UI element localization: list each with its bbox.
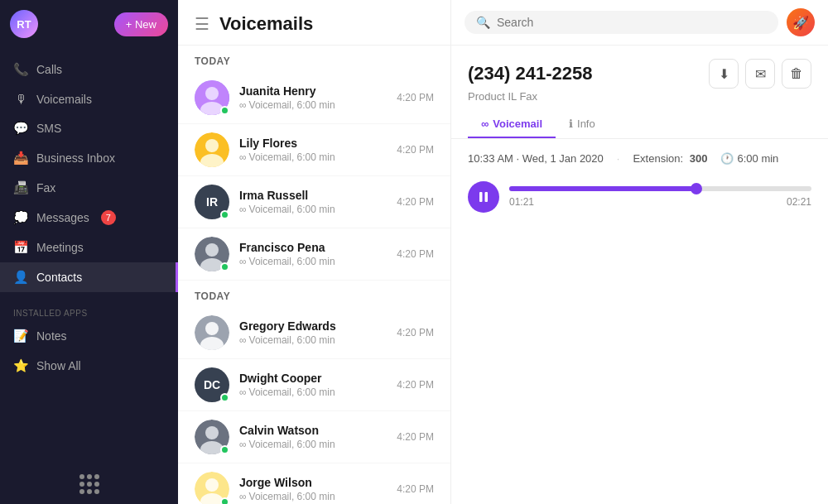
sidebar-item-label: SMS (36, 122, 61, 135)
day-label-1: TODAY (178, 46, 450, 72)
contact-name: Calvin Watson (239, 424, 387, 437)
progress-bar[interactable] (509, 186, 811, 191)
svg-rect-19 (485, 192, 489, 202)
fax-icon: 📠 (13, 180, 28, 195)
contact-info: Irma Russell ∞Voicemail, 6:00 min (239, 189, 387, 215)
sidebar-item-label: Messages (36, 211, 89, 224)
contact-name: Jorge Wilson (239, 476, 387, 489)
contact-time: 4:20 PM (397, 379, 434, 391)
sidebar-item-meetings[interactable]: 📅 Meetings (0, 233, 178, 262)
list-item[interactable]: Gregory Edwards ∞Voicemail, 6:00 min 4:2… (178, 307, 450, 359)
list-item[interactable]: DC Dwight Cooper ∞Voicemail, 6:00 min 4:… (178, 359, 450, 411)
rocket-button[interactable]: 🚀 (787, 8, 815, 36)
menu-icon[interactable]: ☰ (195, 14, 209, 34)
sidebar-header: RT + New (0, 0, 178, 48)
avatar (195, 132, 229, 167)
sidebar-item-voicemails[interactable]: 🎙 Voicemails (0, 84, 178, 113)
sidebar-item-label: Fax (36, 181, 55, 194)
sidebar-item-calls[interactable]: 📞 Calls (0, 55, 178, 84)
progress-container: 01:21 02:21 (509, 186, 811, 208)
contact-info: Dwight Cooper ∞Voicemail, 6:00 min (239, 372, 387, 398)
contact-info: Calvin Watson ∞Voicemail, 6:00 min (239, 424, 387, 450)
svg-point-4 (205, 139, 219, 152)
detail-subtitle: Product IL Fax (468, 90, 811, 103)
contact-name: Juanita Henry (239, 84, 387, 98)
sidebar-item-business-inbox[interactable]: 📥 Business Inbox (0, 143, 178, 173)
progress-fill (509, 186, 696, 191)
list-item[interactable]: Francisco Pena ∞Voicemail, 6:00 min 4:20… (178, 228, 450, 281)
grid-icon[interactable] (79, 474, 99, 494)
contact-name: Dwight Cooper (239, 372, 387, 385)
meta-extension: Extension: 300 (633, 152, 707, 165)
page-title: Voicemails (219, 13, 313, 35)
meta-date: 10:33 AM · Wed, 1 Jan 2020 (468, 152, 604, 165)
contact-info: Jorge Wilson ∞Voicemail, 6:00 min (239, 476, 387, 502)
sidebar-item-label: Business Inbox (36, 151, 115, 165)
contact-name: Lily Flores (239, 137, 387, 150)
sidebar-item-label: Calls (36, 63, 62, 76)
clock-icon: 🕐 (720, 152, 734, 165)
meetings-icon: 📅 (13, 240, 28, 255)
voicemail-list: ☰ Voicemails TODAY Juanita Henry ∞Voicem… (178, 0, 451, 504)
tab-info[interactable]: ℹ Info (556, 111, 609, 138)
contact-time: 4:20 PM (397, 431, 434, 443)
sidebar-item-show-all[interactable]: ⭐ Show All (0, 351, 178, 381)
new-button[interactable]: + New (114, 12, 168, 36)
search-icon: 🔍 (476, 16, 490, 29)
contact-info: Gregory Edwards ∞Voicemail, 6:00 min (239, 319, 387, 346)
detail-tabs: ∞ Voicemail ℹ Info (468, 111, 811, 138)
sidebar-bottom (0, 464, 178, 504)
sms-icon: 💬 (13, 121, 28, 136)
list-item[interactable]: Juanita Henry ∞Voicemail, 6:00 min 4:20 … (178, 72, 450, 124)
list-item[interactable]: Calvin Watson ∞Voicemail, 6:00 min 4:20 … (178, 411, 450, 463)
contact-sub: ∞Voicemail, 6:00 min (239, 151, 387, 163)
installed-apps-label: INSTALLED APPS (0, 299, 178, 321)
contact-time: 4:20 PM (397, 483, 434, 495)
progress-times: 01:21 02:21 (509, 196, 811, 208)
avatar (195, 237, 229, 271)
contact-sub: ∞Voicemail, 6:00 min (239, 256, 387, 267)
avatar (195, 420, 229, 454)
svg-point-16 (205, 478, 219, 492)
day-label-2: TODAY (178, 281, 450, 307)
sidebar-item-contacts[interactable]: 👤 Contacts (0, 262, 178, 292)
list-item[interactable]: IR Irma Russell ∞Voicemail, 6:00 min 4:2… (178, 176, 450, 228)
sidebar-item-label: Contacts (36, 271, 82, 284)
detail-phone: (234) 241-2258 ⬇ ✉ 🗑 (468, 59, 811, 89)
nav-section: 📞 Calls 🎙 Voicemails 💬 SMS 📥 Business In… (0, 48, 178, 299)
avatar (195, 80, 229, 115)
contact-time: 4:20 PM (397, 92, 434, 103)
contact-time: 4:20 PM (397, 196, 434, 208)
svg-point-1 (205, 87, 219, 100)
sidebar: RT + New 📞 Calls 🎙 Voicemails 💬 SMS 📥 Bu… (0, 0, 178, 504)
download-button[interactable]: ⬇ (709, 59, 739, 89)
svg-point-7 (205, 243, 219, 257)
sidebar-item-label: Show All (36, 359, 81, 372)
contact-name: Gregory Edwards (239, 319, 387, 333)
detail-panel: 🔍 🚀 (234) 241-2258 ⬇ ✉ 🗑 Product IL Fax … (451, 0, 828, 504)
svg-point-13 (205, 426, 219, 439)
sidebar-item-label: Meetings (36, 241, 84, 254)
sidebar-item-messages[interactable]: 💭 Messages 7 (0, 203, 178, 233)
sidebar-item-label: Voicemails (36, 93, 92, 106)
tab-voicemail[interactable]: ∞ Voicemail (468, 111, 556, 138)
forward-button[interactable]: ✉ (745, 59, 775, 89)
contact-sub: ∞Voicemail, 6:00 min (239, 439, 387, 450)
contact-time: 4:20 PM (397, 327, 434, 338)
search-input[interactable] (497, 16, 767, 29)
messages-icon: 💭 (13, 210, 28, 225)
pause-button[interactable] (468, 181, 499, 213)
contact-name: Francisco Pena (239, 241, 387, 254)
sidebar-item-fax[interactable]: 📠 Fax (0, 173, 178, 203)
avatar (195, 472, 229, 504)
sidebar-item-sms[interactable]: 💬 SMS (0, 113, 178, 143)
sidebar-item-notes[interactable]: 📝 Notes (0, 321, 178, 351)
search-wrap: 🔍 (465, 11, 778, 34)
business-inbox-icon: 📥 (13, 151, 28, 166)
contacts-icon: 👤 (13, 270, 28, 285)
delete-button[interactable]: 🗑 (782, 59, 811, 89)
messages-badge: 7 (101, 210, 116, 225)
list-item[interactable]: Lily Flores ∞Voicemail, 6:00 min 4:20 PM (178, 124, 450, 176)
avatar: IR (195, 185, 229, 219)
list-item[interactable]: Jorge Wilson ∞Voicemail, 6:00 min 4:20 P… (178, 463, 450, 504)
